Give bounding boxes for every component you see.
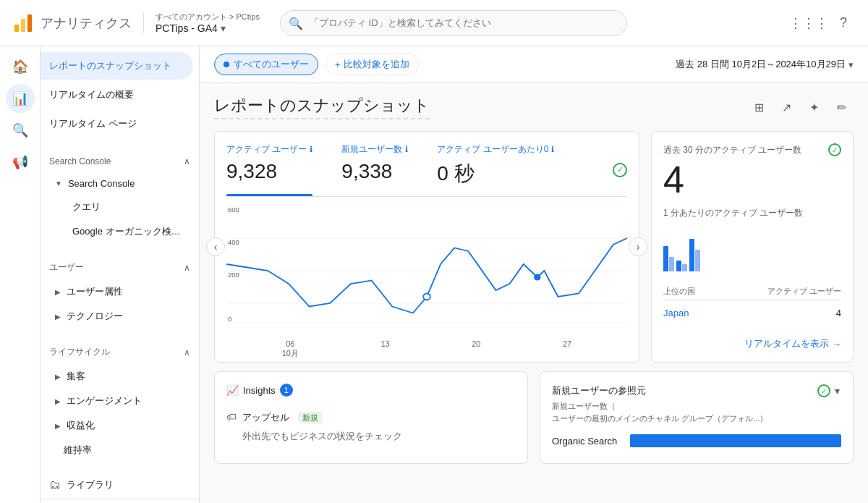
- info-icon-3: ℹ: [551, 145, 554, 154]
- lifecycle-section-header[interactable]: ライフサイクル ∧: [41, 340, 199, 364]
- metrics-check-icon: ✓: [613, 163, 627, 177]
- sidebar: レポートのスナップショット リアルタイムの概要 リアルタイム ページ Searc…: [41, 46, 200, 503]
- new-users-actions: ✓ ▾: [817, 384, 841, 398]
- date-range[interactable]: 過去 28 日間 10月2日～2024年10月29日 ▾: [676, 58, 854, 71]
- engagement-expand-icon: ▶: [55, 397, 61, 405]
- apps-grid-button[interactable]: ⋮⋮⋮: [796, 10, 822, 36]
- new-users-options-button[interactable]: ▾: [833, 384, 841, 398]
- engagement-label: エンゲージメント: [67, 394, 142, 407]
- new-users-card: 新規ユーザーの参照元 ✓ ▾ 新規ユーザー数（ ユーザーの最初のメインのチャネル…: [540, 371, 854, 464]
- analytics-logo-icon: [12, 12, 35, 35]
- share-button[interactable]: ↗: [774, 95, 799, 119]
- topbar-divider: [143, 13, 144, 33]
- technology-label: テクノロジー: [67, 310, 123, 323]
- page-header: レポートのスナップショット ⊞ ↗ ✦ ✏: [200, 83, 868, 125]
- library-folder-icon: 🗂: [49, 478, 61, 491]
- lifecycle-section: ライフサイクル ∧ ▶ 集客 ▶ エンゲージメント ▶ 収益化 維持率: [41, 337, 199, 465]
- realtime-col2-header: アクティブ ユーザー: [767, 286, 841, 297]
- columns-view-button[interactable]: ⊞: [746, 95, 771, 119]
- insight-tag-icon: 🏷: [226, 411, 237, 423]
- acquisition-label: 集客: [67, 370, 85, 383]
- breadcrumb: すべてのアカウント > PCtips: [156, 12, 260, 22]
- chart-x-labels: 06 10月 13 20 27: [226, 339, 627, 359]
- sidebar-item-technology[interactable]: ▶ テクノロジー: [41, 304, 199, 329]
- filter-bar: すべてのユーザー + 比較対象を追加 過去 28 日間 10月2日～2024年1…: [200, 46, 868, 83]
- metric-tab-1[interactable]: アクティブ ユーザー ℹ 9,328: [226, 143, 312, 196]
- metric-tab-3-label: アクティブ ユーザーあたり0 ℹ: [437, 143, 554, 156]
- realtime-country-japan: Japan: [663, 308, 689, 318]
- metric-tab-2[interactable]: 新規ユーザー数 ℹ 9,338: [341, 143, 408, 196]
- home-icon-item[interactable]: 🏠: [6, 52, 35, 81]
- insights-header-label: Insights: [243, 385, 276, 396]
- advertising-icon-item[interactable]: 📢: [6, 148, 35, 177]
- all-users-label: すべてのユーザー: [234, 58, 309, 71]
- bookmark-button[interactable]: ✦: [801, 95, 826, 119]
- reports-icon-item[interactable]: 📊: [6, 84, 35, 113]
- sidebar-item-acquisition[interactable]: ▶ 集客: [41, 364, 199, 389]
- new-badge: 新規: [298, 412, 323, 423]
- new-users-title: 新規ユーザーの参照元: [552, 384, 646, 397]
- mini-bar-3a: [689, 239, 694, 271]
- sidebar-item-realtime-page[interactable]: リアルタイム ページ: [41, 110, 199, 138]
- acquisition-expand-icon: ▶: [55, 373, 61, 381]
- page-title: レポートのスナップショット: [214, 95, 430, 119]
- chart-x-13: 13: [381, 339, 390, 359]
- sidebar-library-item[interactable]: 🗂 ライブラリ: [41, 471, 199, 499]
- sidebar-item-query[interactable]: クエリ: [41, 195, 199, 219]
- property-selector-area[interactable]: すべてのアカウント > PCtips PCTips - GA4 ▾: [156, 12, 260, 34]
- sidebar-item-snapshot[interactable]: レポートのスナップショット: [41, 52, 193, 80]
- insight-item-1: 🏷 アップセル 新規: [226, 405, 516, 430]
- realtime-card: 過去 30 分のアクティブ ユーザー数 ✓ 4 1 分あたりのアクティブ ユーザ…: [651, 131, 854, 363]
- chart-x-20: 20: [472, 339, 480, 359]
- snapshot-label: レポートのスナップショット: [49, 59, 171, 72]
- insights-card: 📈 Insights 1 🏷 アップセル 新規 外出先でもビジネスの状況をチェッ…: [214, 371, 528, 464]
- chart-nav-right-button[interactable]: ›: [629, 237, 647, 256]
- search-console-child-item[interactable]: ▼ Search Console: [41, 172, 199, 195]
- new-users-col2: ユーザーの最初のメインのチャネル グループ（デフォル...）: [552, 413, 841, 424]
- new-users-header-row: 新規ユーザーの参照元 ✓ ▾: [552, 384, 841, 398]
- explore-icon-item[interactable]: 🔍: [6, 116, 35, 145]
- y-label-400: 400: [228, 239, 239, 246]
- realtime-link[interactable]: リアルタイムを表示 →: [663, 337, 841, 350]
- chip-dot: [224, 62, 229, 67]
- search-console-section: Search Console ∧ ▼ Search Console クエリ Go…: [41, 148, 199, 247]
- new-users-check-icon: ✓: [817, 384, 830, 397]
- realtime-value: 4: [663, 161, 841, 198]
- organic-search-label: Organic Search: [552, 436, 624, 447]
- technology-expand-icon: ▶: [55, 313, 61, 321]
- main-layout: 🏠 📊 🔍 📢 レポートのスナップショット リアルタイムの概要 リアルタイム ペ…: [0, 46, 868, 503]
- google-organic-label: Google オーガニック検索レ...: [72, 225, 188, 238]
- search-input[interactable]: [280, 10, 627, 36]
- metric-tab-3[interactable]: アクティブ ユーザーあたり0 ℹ 0 秒: [437, 143, 554, 196]
- query-label: クエリ: [72, 201, 101, 212]
- sidebar-item-realtime-overview[interactable]: リアルタイムの概要: [41, 81, 199, 109]
- chart-line: [226, 238, 627, 313]
- search-icon: 🔍: [289, 16, 303, 30]
- bottom-grid: 📈 Insights 1 🏷 アップセル 新規 外出先でもビジネスの状況をチェッ…: [200, 371, 868, 475]
- add-comparison-chip[interactable]: + 比較対象を追加: [326, 54, 419, 75]
- all-users-chip[interactable]: すべてのユーザー: [214, 54, 318, 75]
- sidebar-item-google-organic[interactable]: Google オーガニック検索レ...: [41, 219, 199, 244]
- metric-tab-1-value: 9,328: [226, 160, 312, 183]
- chart-nav-left-button[interactable]: ‹: [206, 237, 225, 256]
- search-console-header[interactable]: Search Console ∧: [41, 151, 199, 172]
- metrics-chart-card: ‹ › アクティブ ユーザー ℹ 9,328: [214, 131, 639, 363]
- library-label: ライブラリ: [67, 478, 114, 491]
- chart-x-06: 06 10月: [282, 339, 299, 359]
- sidebar-item-retention[interactable]: 維持率: [41, 438, 199, 462]
- edit-button[interactable]: ✏: [829, 95, 854, 119]
- new-users-col-labels: 新規ユーザー数（ ユーザーの最初のメインのチャネル グループ（デフォル...）: [552, 401, 841, 424]
- sidebar-item-monetization[interactable]: ▶ 収益化: [41, 413, 199, 438]
- mini-bar-2b: [682, 264, 687, 271]
- chart-dot-1: [423, 294, 430, 300]
- mini-bar-1b: [669, 257, 674, 271]
- search-console-arrow-icon: ▼: [55, 179, 62, 187]
- sidebar-item-engagement[interactable]: ▶ エンゲージメント: [41, 389, 199, 413]
- monetization-expand-icon: ▶: [55, 422, 61, 430]
- svg-rect-0: [14, 25, 19, 32]
- y-label-200: 200: [228, 271, 239, 279]
- help-button[interactable]: ?: [830, 10, 856, 36]
- users-section-header[interactable]: ユーザー ∧: [41, 255, 199, 279]
- sidebar-item-demographics[interactable]: ▶ ユーザー属性: [41, 279, 199, 304]
- realtime-link-text: リアルタイムを表示: [744, 337, 829, 350]
